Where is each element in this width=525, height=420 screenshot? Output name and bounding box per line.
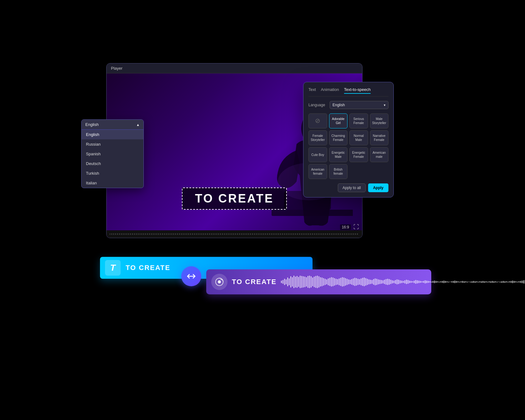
waveform-bar [356,278,357,286]
waveform-bar [306,277,307,287]
player-titlebar: Player [107,63,362,73]
waveform-bar [323,278,324,286]
waveform-bar [376,279,377,285]
waveform-bar [397,279,398,284]
waveform-bar [409,281,410,283]
waveform-bar [365,278,366,286]
waveform-bar [325,279,326,285]
audio-track[interactable]: TO CREATE [206,269,431,294]
player-title: Player [111,66,122,71]
voice-female-storyteller[interactable]: Female Storyteller [308,130,327,145]
lang-option-turkish[interactable]: Turkish [82,168,143,178]
music-icon [214,277,224,287]
waveform-bar [420,281,421,283]
video-timeline[interactable] [107,230,362,238]
waveform-bar [523,280,524,283]
arrows-icon [186,271,196,281]
waveform-bar [459,282,460,282]
tts-panel: Text Animation Text-to-speech Language E… [303,82,394,198]
voice-american-female[interactable]: American female [308,164,327,179]
aspect-ratio-badge[interactable]: 16:9 [340,224,351,230]
waveform-bar [432,281,433,283]
waveform-bar [453,281,454,283]
waveform-bar [401,281,402,283]
waveform-bar [437,281,438,282]
waveform-bar [298,277,299,287]
tts-tabs: Text Animation Text-to-speech [308,87,388,97]
voice-serious-female[interactable]: Serious Female [349,113,368,128]
voice-adorable-girl[interactable]: Adorable Girl [329,113,348,128]
voice-american-male[interactable]: American male [370,147,389,162]
waveform-bar [339,278,340,285]
waveform-bar [311,276,312,288]
waveform-bar [503,281,504,283]
lang-option-russian[interactable]: Russian [82,139,143,149]
waveform-bar [392,280,393,283]
waveform [281,276,525,288]
voice-energetic-female[interactable]: Energetic Female [349,147,368,162]
lang-dropdown-header[interactable]: English ▲ [82,120,143,130]
waveform-bar [351,279,352,285]
voice-grid: ⊘ Adorable Girl Serious Female Male Stor… [308,113,388,179]
tab-text-to-speech[interactable]: Text-to-speech [344,87,371,94]
waveform-bar [465,281,466,282]
waveform-bar [381,280,382,284]
waveform-bar [520,281,521,283]
voice-narrative-female[interactable]: Narrative Female [370,130,389,145]
waveform-bar [508,282,508,282]
language-dropdown[interactable]: English ▲ English Russian Spanish Deutsc… [81,119,144,188]
waveform-bar [289,278,290,285]
waveform-bar [442,281,443,283]
waveform-bar [375,278,376,285]
waveform-bar [406,280,407,284]
waveform-bar [486,281,487,282]
video-controls: 16:9 ⛶ [340,224,359,230]
waveform-bar [348,279,349,284]
language-select[interactable]: English ▾ [330,101,388,109]
waveform-bar [293,276,294,288]
svg-point-6 [218,280,221,283]
voice-cute-boy[interactable]: Cute Boy [308,147,327,162]
waveform-bar [511,281,512,283]
waveform-bar [423,281,424,283]
waveform-bar [472,281,472,283]
voice-male-storyteller[interactable]: Male Storyteller [370,113,389,128]
tab-text[interactable]: Text [308,87,316,94]
waveform-bar [290,276,291,288]
waveform-bar [454,281,455,283]
waveform-bar [347,279,348,285]
apply-button[interactable]: Apply [368,183,388,192]
waveform-bar [382,280,383,283]
waveform-bar [447,281,448,282]
video-text-overlay[interactable]: TO CREATE [182,188,287,210]
voice-energetic-male[interactable]: Energetic Male [329,147,348,162]
voice-normal-male[interactable]: Normal Male [349,130,368,145]
lang-option-spanish[interactable]: Spanish [82,149,143,159]
waveform-bar [337,279,338,285]
waveform-bar [492,281,493,283]
waveform-bar [429,281,430,282]
waveform-bar [501,281,502,283]
fullscreen-icon[interactable]: ⛶ [353,224,359,230]
voice-british-female[interactable]: British female [329,164,348,179]
waveform-bar [367,279,368,285]
waveform-bar [493,281,494,283]
tab-animation[interactable]: Animation [321,87,339,94]
waveform-bar [461,281,462,282]
waveform-bar [372,280,372,284]
lang-option-english[interactable]: English [82,130,143,139]
apply-to-all-button[interactable]: Apply to all [338,183,366,192]
waveform-bar [400,280,401,283]
waveform-bar [353,278,354,285]
voice-none[interactable]: ⊘ [308,113,327,128]
waveform-bar [456,281,457,283]
waveform-bar [482,281,483,283]
voice-charming-female[interactable]: Charming Female [329,130,348,145]
waveform-bar [395,280,396,284]
lang-option-deutsch[interactable]: Deutsch [82,159,143,168]
lang-option-italian[interactable]: Italian [82,178,143,188]
waveform-bar [489,281,490,282]
waveform-bar [378,279,379,284]
convert-arrow-button[interactable] [181,266,201,286]
waveform-bar [468,282,469,282]
